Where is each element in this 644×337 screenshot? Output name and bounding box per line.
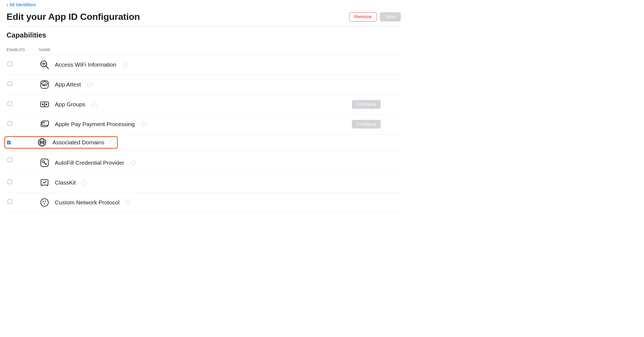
- capability-label: App Attest: [55, 81, 81, 88]
- dots-circle-icon: [39, 197, 50, 208]
- capability-checkbox-autofill[interactable]: [8, 158, 12, 162]
- arrows-lr-icon: [39, 99, 50, 110]
- table-row: App Attesti: [7, 75, 401, 95]
- globe-icon: [37, 137, 48, 148]
- chevron-left-icon: ‹: [7, 2, 8, 7]
- info-icon[interactable]: i: [125, 200, 131, 205]
- table-row: Custom Network Protocoli: [7, 193, 401, 213]
- capability-label: Custom Network Protocol: [55, 199, 119, 206]
- board-check-icon: [39, 177, 50, 188]
- table-row: App GroupsiConfigure: [7, 95, 401, 114]
- capability-checkbox-app-attest[interactable]: [8, 82, 12, 86]
- capability-checkbox-access-wifi[interactable]: [8, 62, 12, 66]
- badge-check-icon: [39, 79, 50, 90]
- capability-checkbox-classkit[interactable]: [8, 180, 12, 184]
- wifi-search-icon: [39, 59, 50, 70]
- capability-checkbox-assoc-domains[interactable]: [7, 141, 11, 144]
- info-icon[interactable]: i: [82, 180, 87, 185]
- capability-label: Apple Pay Payment Processing: [55, 121, 135, 127]
- info-icon[interactable]: i: [141, 121, 146, 127]
- col-header-enabled: ENABLED: [7, 45, 39, 55]
- back-link[interactable]: ‹ All Identifiers: [7, 2, 36, 8]
- save-button[interactable]: Save: [380, 12, 401, 21]
- info-icon[interactable]: i: [122, 62, 128, 67]
- table-row: Access WiFi Informationi: [7, 55, 401, 75]
- action-buttons: Remove Save: [349, 12, 401, 21]
- capability-checkbox-custom-net[interactable]: [8, 199, 12, 204]
- cards-icon: [39, 119, 50, 130]
- info-icon[interactable]: i: [91, 102, 97, 107]
- capabilities-table: ENABLED NAME Access WiFi InformationiApp…: [7, 45, 401, 213]
- page-title: Edit your App ID Configuration: [7, 11, 140, 22]
- configure-button-app-groups[interactable]: Configure: [352, 100, 381, 109]
- key-square-icon: [39, 157, 50, 168]
- capability-label: ClassKit: [55, 179, 76, 186]
- info-icon[interactable]: i: [130, 160, 136, 166]
- section-title: Capabilities: [7, 31, 401, 39]
- remove-button[interactable]: Remove: [349, 12, 377, 21]
- table-row: Apple Pay Payment ProcessingiConfigure: [7, 114, 401, 134]
- capability-label: Access WiFi Information: [55, 61, 116, 68]
- info-icon[interactable]: i: [110, 140, 116, 145]
- capability-checkbox-apple-pay[interactable]: [8, 121, 12, 126]
- capability-label: AutoFill Credential Provider: [55, 160, 124, 166]
- info-icon[interactable]: i: [87, 82, 92, 87]
- highlight-box: Associated Domainsi: [4, 136, 118, 149]
- table-row: ClassKiti: [7, 173, 401, 193]
- table-row: Associated Domainsi: [7, 134, 401, 151]
- capability-label: App Groups: [55, 101, 85, 108]
- table-row: AutoFill Credential Provideri: [7, 151, 401, 173]
- capability-label: Associated Domains: [52, 139, 104, 146]
- back-link-label: All Identifiers: [10, 2, 36, 8]
- col-header-name: NAME: [39, 45, 352, 55]
- configure-button-apple-pay[interactable]: Configure: [352, 120, 381, 129]
- capability-checkbox-app-groups[interactable]: [8, 101, 12, 106]
- header-row: Edit your App ID Configuration Remove Sa…: [7, 11, 401, 26]
